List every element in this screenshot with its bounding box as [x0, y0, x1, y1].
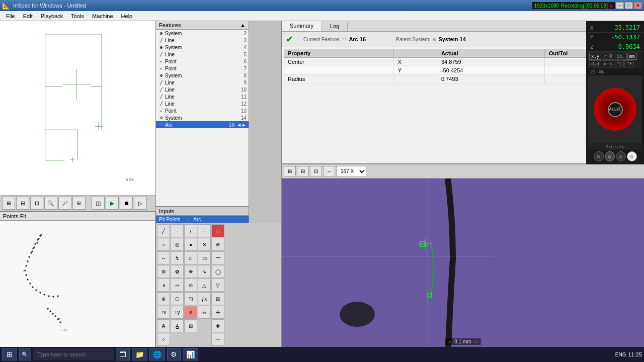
- shape-line-btn[interactable]: ╱: [157, 224, 170, 237]
- points-canvas[interactable]: 230: [0, 221, 155, 347]
- prof-btn-2[interactable]: ◎: [605, 151, 615, 161]
- opt-mm[interactable]: mm: [627, 53, 637, 60]
- shape-spike-btn[interactable]: ∧: [157, 279, 170, 292]
- shape-line2-btn[interactable]: /: [184, 224, 197, 237]
- taskbar-search-input[interactable]: [33, 348, 114, 360]
- features-collapse[interactable]: ▲: [240, 22, 246, 28]
- opt-r0[interactable]: r,0: [602, 53, 614, 60]
- feature-item-system2[interactable]: ⊕ System 2: [156, 30, 249, 37]
- cam-btn-4[interactable]: ↔: [323, 166, 335, 177]
- shape-wavy-btn[interactable]: 〜: [211, 251, 224, 264]
- shape-wavy2-btn[interactable]: ∾: [171, 279, 184, 292]
- shape-xscale-btn[interactable]: ±x: [157, 306, 170, 319]
- tab-summary[interactable]: Summary: [282, 21, 322, 31]
- feature-item-line9[interactable]: ╱ Line 9: [156, 79, 249, 86]
- maximize-button[interactable]: □: [625, 2, 633, 9]
- feature-item-point13[interactable]: • Point 13: [156, 107, 249, 114]
- feature-item-system14[interactable]: ⊕ System 14: [156, 114, 249, 121]
- feature-item-point6[interactable]: • Point 6: [156, 58, 249, 65]
- shape-point-btn[interactable]: ·: [171, 224, 184, 237]
- camera-view[interactable]: ← 0.1 mm →: [282, 178, 644, 347]
- input-item-pitpoints[interactable]: Pit Points → Arc: [156, 216, 249, 223]
- search-button[interactable]: 🔍: [19, 348, 31, 360]
- close-button[interactable]: ✕: [634, 2, 642, 9]
- opt-in[interactable]: in.: [615, 53, 627, 60]
- shape-gear-btn[interactable]: ⚙: [157, 265, 170, 278]
- cam-btn-1[interactable]: ⊞: [284, 166, 296, 177]
- feature-item-line5[interactable]: ╱ Line 5: [156, 51, 249, 58]
- shape-tri-btn[interactable]: △: [198, 279, 211, 292]
- taskbar-app-folder[interactable]: 📁: [132, 348, 147, 360]
- shape-circle-btn[interactable]: ○: [157, 238, 170, 251]
- feature-item-arc16[interactable]: ◠ Arc 16 ◄►: [156, 121, 249, 128]
- menu-machine[interactable]: Machine: [88, 13, 117, 20]
- prof-btn-4[interactable]: ◯: [627, 151, 637, 161]
- menu-file[interactable]: File: [2, 13, 19, 20]
- shape-cone-btn[interactable]: ▽: [211, 279, 224, 292]
- feature-item-point7[interactable]: • Point 7: [156, 65, 249, 72]
- cam-btn-2[interactable]: ⊟: [297, 166, 309, 177]
- shape-delete-btn[interactable]: ✕: [184, 306, 197, 319]
- taskbar-app-explorer[interactable]: 🗔: [116, 348, 130, 360]
- view-fit-btn[interactable]: ◫: [92, 197, 105, 210]
- shape-yscale-btn[interactable]: ±y: [171, 306, 184, 319]
- shape-cross2-btn[interactable]: ✚: [211, 319, 224, 332]
- shape-table-btn[interactable]: ⊞: [184, 319, 197, 332]
- prof-btn-1[interactable]: ○: [594, 151, 604, 161]
- opt-dd[interactable]: d,d: [589, 60, 601, 67]
- shape-plus-btn[interactable]: ✛: [211, 306, 224, 319]
- shape-rect-btn[interactable]: ▭: [198, 251, 211, 264]
- features-list[interactable]: ⊕ System 2 ╱ Line 3 ⊕ System 4 ╱ Line: [156, 30, 249, 206]
- shape-fx-btn[interactable]: ƒx: [198, 292, 211, 305]
- shape-grid-btn[interactable]: ⊞: [211, 292, 224, 305]
- shape-tri2-btn[interactable]: ◹: [184, 292, 197, 305]
- shape-center-btn[interactable]: ⊕: [211, 238, 224, 251]
- shape-dot-btn[interactable]: ⊙: [184, 279, 197, 292]
- shape-text-btn[interactable]: A: [157, 319, 170, 332]
- zoom-out-btn[interactable]: 🔎: [58, 197, 71, 210]
- stop-btn[interactable]: ⏹: [120, 197, 133, 210]
- shape-cross-btn[interactable]: ✕: [198, 238, 211, 251]
- opt-dm5[interactable]: dm5: [602, 60, 614, 67]
- menu-edit[interactable]: Edit: [19, 13, 37, 20]
- tab-log[interactable]: Log: [322, 22, 348, 31]
- shape-circle2-btn[interactable]: ◎: [171, 238, 184, 251]
- play-btn[interactable]: ▶: [106, 197, 119, 210]
- opt-xy[interactable]: x,y: [589, 53, 601, 60]
- zoom-dropdown[interactable]: 167 X 100 X 200 X: [336, 166, 366, 177]
- feature-item-line3[interactable]: ╱ Line 3: [156, 37, 249, 44]
- taskbar-app-settings[interactable]: ⚙: [167, 348, 181, 360]
- shape-arrows-btn[interactable]: ↔: [157, 251, 170, 264]
- measure-btn[interactable]: ⊟: [16, 197, 29, 210]
- feature-item-system8[interactable]: ⊕ System 8: [156, 72, 249, 79]
- shape-hex-btn[interactable]: ⬡: [171, 292, 184, 305]
- shape-arc-btn[interactable]: ◌: [211, 224, 224, 237]
- shape-circle4-btn[interactable]: ◯: [211, 265, 224, 278]
- shape-circle3-btn[interactable]: ●: [184, 238, 197, 251]
- feature-item-system4[interactable]: ⊕ System 4: [156, 44, 249, 51]
- shape-square-btn[interactable]: □: [184, 251, 197, 264]
- shape-globe-btn[interactable]: ⊕: [157, 292, 170, 305]
- opt-fahrenheit[interactable]: °F: [624, 60, 634, 67]
- zoom-fit-btn[interactable]: ⊡: [30, 197, 43, 210]
- feature-item-line11[interactable]: ╱ Line 11: [156, 93, 249, 100]
- feature-item-line12[interactable]: ╱ Line 12: [156, 100, 249, 107]
- zoom-window-btn[interactable]: ⊞: [72, 197, 86, 210]
- opt-celsius[interactable]: °C: [615, 60, 624, 67]
- minimize-button[interactable]: ─: [616, 2, 624, 9]
- shape-wave2-btn[interactable]: ∿: [198, 265, 211, 278]
- shape-text2-btn[interactable]: A̲: [171, 319, 184, 332]
- prof-btn-3[interactable]: ○: [616, 151, 626, 161]
- menu-help[interactable]: Help: [117, 13, 137, 20]
- zoom-in-btn[interactable]: 🔍: [44, 197, 57, 210]
- select-btn[interactable]: ⊞: [2, 197, 15, 210]
- menu-tools[interactable]: Tools: [67, 13, 88, 20]
- shape-scale-btn[interactable]: ⇔: [198, 306, 211, 319]
- shape-gear3-btn[interactable]: ❋: [184, 265, 197, 278]
- shape-gear2-btn[interactable]: ✿: [171, 265, 184, 278]
- shape-dots-btn[interactable]: ⁘: [157, 333, 170, 346]
- start-button[interactable]: ⊞: [2, 348, 17, 360]
- step-btn[interactable]: ▷: [134, 197, 147, 210]
- taskbar-app-excel[interactable]: 📊: [183, 348, 198, 360]
- cam-btn-3[interactable]: ⊡: [310, 166, 322, 177]
